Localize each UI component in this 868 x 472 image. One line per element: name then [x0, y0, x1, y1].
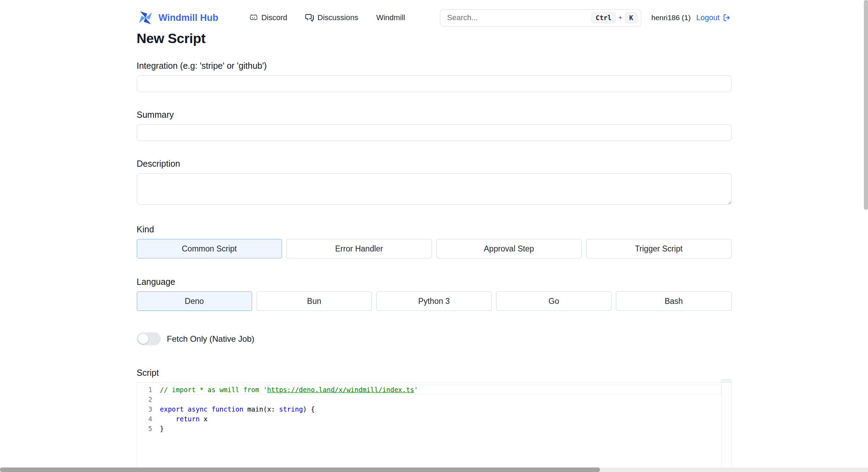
windmill-logo-icon [137, 9, 154, 26]
language-option-deno[interactable]: Deno [137, 291, 252, 311]
code-token: } [160, 425, 164, 432]
line-number: 3 [137, 404, 152, 414]
line-number: 4 [137, 414, 152, 424]
kbd-ctrl: Ctrl [591, 12, 616, 23]
code-text [160, 395, 731, 404]
code-editor[interactable]: 1 // import * as wmill from 'https://den… [137, 382, 732, 468]
language-options: Deno Bun Python 3 Go Bash [137, 291, 732, 311]
logout-label: Logout [696, 13, 719, 22]
discussions-icon [305, 14, 314, 22]
nav-discussions-label: Discussions [317, 13, 358, 22]
username: henri186 (1) [651, 14, 691, 22]
summary-label: Summary [137, 109, 732, 121]
kind-option-common-script[interactable]: Common Script [137, 239, 282, 258]
code-token: x [200, 415, 208, 423]
code-token: string [279, 405, 303, 413]
description-label: Description [137, 158, 732, 169]
brand[interactable]: Windmill Hub [137, 9, 218, 26]
vertical-scrollbar[interactable] [864, 0, 868, 210]
code-text: // import * as wmill from 'https://deno.… [160, 385, 721, 395]
summary-input[interactable] [137, 124, 732, 141]
code-token: export [160, 405, 184, 413]
code-line: 5 } [137, 424, 731, 433]
description-field: Description [137, 158, 732, 206]
code-text: } [160, 424, 731, 433]
language-label: Language [137, 276, 732, 288]
line-number: 5 [137, 424, 152, 433]
line-number: 2 [137, 395, 152, 404]
integration-label: Integration (e.g: 'stripe' or 'github') [137, 60, 732, 72]
nav-windmill-label: Windmill [376, 13, 405, 22]
nav-discussions[interactable]: Discussions [305, 13, 358, 22]
nav-discord-label: Discord [261, 13, 287, 22]
fetch-only-label: Fetch Only (Native Job) [167, 334, 254, 344]
language-option-python3[interactable]: Python 3 [376, 291, 492, 311]
code-line: 2 [137, 395, 731, 404]
script-section: Script 1 // import * as wmill from 'http… [137, 367, 732, 468]
code-token-link[interactable]: https://deno.land/x/windmill/index.ts [267, 386, 414, 394]
language-option-bun[interactable]: Bun [257, 291, 372, 311]
code-token [160, 415, 176, 423]
code-line: 1 // import * as wmill from 'https://den… [137, 385, 731, 395]
integration-input[interactable] [137, 75, 732, 92]
fetch-only-toggle[interactable] [137, 332, 161, 345]
horizontal-scrollbar-track[interactable] [0, 467, 868, 472]
user-area: henri186 (1) Logout [651, 13, 732, 22]
main-nav: Discord Discussions Windmill [249, 13, 405, 22]
code-line: 4 return x [137, 414, 731, 424]
kbd-k: K [625, 12, 637, 23]
kind-field: Kind Common Script Error Handler Approva… [137, 223, 732, 258]
nav-discord[interactable]: Discord [249, 13, 287, 22]
code-token: main(x: [243, 405, 279, 413]
code-token: ' [414, 386, 418, 394]
script-label: Script [137, 367, 732, 379]
brand-title: Windmill Hub [159, 13, 218, 23]
code-text: export async function main(x: string) { [160, 404, 731, 414]
kind-option-trigger-script[interactable]: Trigger Script [586, 239, 732, 258]
description-textarea[interactable] [137, 173, 732, 205]
kind-label: Kind [137, 223, 732, 235]
fetch-only-row: Fetch Only (Native Job) [137, 332, 732, 345]
nav-windmill[interactable]: Windmill [376, 13, 405, 22]
page-title: New Script [137, 30, 732, 47]
code-token [184, 405, 187, 413]
integration-field: Integration (e.g: 'stripe' or 'github') [137, 60, 732, 92]
horizontal-scrollbar-thumb[interactable] [0, 467, 600, 472]
code-token: ) { [303, 405, 315, 413]
code-token: function [211, 405, 243, 413]
kind-option-error-handler[interactable]: Error Handler [286, 239, 432, 258]
summary-field: Summary [137, 109, 732, 141]
kind-options: Common Script Error Handler Approval Ste… [137, 239, 732, 258]
code-token: // import * as wmill from ' [160, 386, 267, 394]
code-line: 3 export async function main(x: string) … [137, 404, 731, 414]
code-token: async [188, 405, 208, 413]
code-token: return [176, 415, 200, 423]
main-content: New Script Integration (e.g: 'stripe' or… [137, 30, 732, 468]
line-number: 1 [137, 385, 152, 395]
kbd-plus: + [618, 14, 622, 22]
header: Windmill Hub Discord Discussions Windmil… [0, 0, 868, 26]
language-option-go[interactable]: Go [496, 291, 611, 311]
kind-option-approval-step[interactable]: Approval Step [436, 239, 582, 258]
search-box[interactable]: Ctrl + K [440, 9, 641, 26]
discord-icon [249, 13, 258, 22]
language-field: Language Deno Bun Python 3 Go Bash [137, 276, 732, 311]
logout-link[interactable]: Logout [696, 13, 731, 22]
code-text: return x [160, 414, 731, 424]
editor-gutter-line [721, 383, 722, 467]
language-option-bash[interactable]: Bash [616, 291, 731, 311]
search-input[interactable] [446, 13, 592, 23]
toggle-knob [138, 334, 148, 344]
code-token [208, 405, 211, 413]
logout-icon [723, 13, 732, 22]
